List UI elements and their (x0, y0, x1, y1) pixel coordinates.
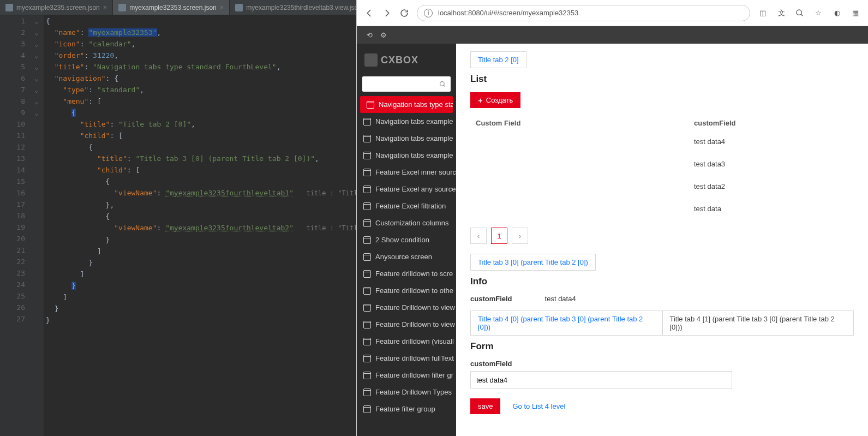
calendar-icon (363, 304, 371, 312)
page-next[interactable]: › (512, 228, 528, 244)
svg-point-1 (440, 81, 445, 86)
ide-tabs: myexample3235.screen.json×myexample32353… (0, 0, 356, 15)
calendar-icon (363, 270, 371, 278)
browser-actions: ◫ 文 ☆ ◐ ▦ (758, 8, 860, 18)
nav-item-0[interactable]: Navigation tabs type sta (360, 96, 453, 113)
brand-logo-icon (364, 53, 378, 67)
sidebar-search[interactable] (362, 76, 451, 92)
nav-item-9[interactable]: Anysource screen (357, 248, 456, 265)
page-current[interactable]: 1 (491, 228, 507, 244)
site-info-icon[interactable]: i (424, 9, 433, 17)
code-editor[interactable]: { "name": "myexample32353", "icon": "cal… (44, 15, 356, 436)
line-numbers: 1234567891011121314151617181920212223242… (9, 15, 29, 436)
file-icon (118, 4, 126, 11)
app-sidebar: CXBOX Navigation tabs type staNavigation… (357, 44, 456, 436)
install-icon[interactable]: ◫ (758, 8, 768, 18)
refresh-app-icon[interactable]: ⟲ (367, 31, 373, 39)
list-table: Custom Field customField test data4test … (470, 116, 854, 220)
calendar-icon (363, 372, 371, 379)
calendar-icon (363, 186, 371, 193)
tab-level4-1[interactable]: Title tab 4 [1] (parent Title tab 3 [0] … (662, 310, 854, 336)
nav-item-5[interactable]: Feature Excel any source (357, 181, 456, 198)
main-content: Title tab 2 [0] List + Создать Custom Fi… (456, 44, 868, 436)
app-topbar: ⟲ ⚙ (357, 26, 868, 44)
ide-pane: myexample3235.screen.json×myexample32353… (0, 0, 356, 436)
table-row[interactable]: test data3 (470, 153, 854, 175)
nav-item-3[interactable]: Navigation tabs example (357, 147, 456, 164)
calendar-icon (363, 405, 371, 413)
table-row[interactable]: test data4 (470, 130, 854, 153)
calendar-icon (363, 219, 371, 227)
nav-item-1[interactable]: Navigation tabs example (357, 113, 456, 130)
plus-icon: + (478, 97, 483, 104)
nav-item-13[interactable]: Feature Drilldown to view (357, 316, 456, 333)
fold-gutter: ⌄ ⌄ ⌄⌄ ⌄⌄ ⌄⌄ ⌄ (29, 15, 44, 436)
forward-icon[interactable] (382, 8, 392, 18)
tab-level4-0[interactable]: Title tab 4 [0] (parent Title tab 3 [0] … (470, 310, 662, 336)
back-icon[interactable] (364, 8, 374, 18)
tab-level2-0[interactable]: Title tab 2 [0] (470, 51, 526, 68)
nav-item-18[interactable]: Feature filter group (357, 401, 456, 417)
file-icon (235, 4, 243, 11)
nav-item-4[interactable]: Feature Excel inner sourc (357, 164, 456, 181)
calendar-icon (363, 321, 371, 329)
table-row[interactable]: test data2 (470, 175, 854, 198)
url-bar[interactable]: i localhost:8080/ui/#/screen/myexample32… (417, 5, 750, 21)
page-prev[interactable]: ‹ (470, 228, 487, 244)
info-label: customField (470, 295, 512, 303)
calendar-icon (363, 169, 371, 176)
pagination: ‹ 1 › (470, 228, 854, 244)
nav-item-2[interactable]: Navigation tabs example (357, 130, 456, 147)
info-value: test data4 (545, 295, 576, 303)
nav-menu: Navigation tabs type staNavigation tabs … (357, 96, 456, 436)
reload-icon[interactable] (399, 8, 409, 18)
table-row[interactable]: test data (470, 198, 854, 220)
tab-level3-0[interactable]: Title tab 3 [0] (parent Title tab 2 [0]) (470, 254, 596, 271)
calendar-icon (363, 389, 371, 396)
calendar-icon (363, 287, 371, 295)
info-row: customField test data4 (470, 295, 854, 303)
ide-tab-2[interactable]: myexample3235thirdleveltab3.view.json× (230, 0, 375, 15)
browser-toolbar: i localhost:8080/ui/#/screen/myexample32… (357, 0, 868, 26)
star-icon[interactable]: ☆ (813, 8, 823, 18)
nav-item-14[interactable]: Feature drilldown (visuall (357, 333, 456, 350)
nav-item-8[interactable]: 2 Show condition (357, 231, 456, 248)
settings-icon[interactable]: ⚙ (380, 31, 387, 39)
nav-item-10[interactable]: Feature drilldown to scre (357, 265, 456, 282)
nav-item-12[interactable]: Feature Drilldown to view (357, 299, 456, 316)
form-field-customfield: customField (470, 360, 854, 389)
brand-text: CXBOX (381, 55, 418, 66)
nav-item-11[interactable]: Feature drilldown to othe (357, 282, 456, 299)
calendar-icon (363, 152, 371, 159)
nav-item-16[interactable]: Feature drilldown filter gr (357, 367, 456, 384)
calendar-icon (363, 338, 371, 345)
calendar-icon (367, 101, 374, 109)
calendar-icon (363, 202, 371, 210)
calendar-icon (363, 253, 371, 261)
nav-item-7[interactable]: Customization columns (357, 214, 456, 231)
save-button[interactable]: save (470, 398, 500, 414)
ide-tab-1[interactable]: myexample32353.screen.json× (113, 0, 230, 15)
customfield-input[interactable] (470, 371, 732, 389)
section-list-heading: List (470, 74, 854, 85)
extensions-icon[interactable]: ▦ (851, 8, 860, 18)
nav-item-15[interactable]: Feature drilldown fullText (357, 350, 456, 367)
nav-item-6[interactable]: Feature Excel filtration (357, 198, 456, 214)
file-icon (5, 4, 13, 11)
ide-tab-0[interactable]: myexample3235.screen.json× (0, 0, 113, 15)
col-custom-field: Custom Field (476, 119, 694, 127)
browser-pane: i localhost:8080/ui/#/screen/myexample32… (356, 0, 868, 436)
go-to-list-link[interactable]: Go to List 4 level (512, 402, 565, 410)
create-button[interactable]: + Создать (470, 92, 520, 108)
close-icon[interactable]: × (103, 3, 107, 11)
section-info-heading: Info (470, 276, 854, 287)
calendar-icon (363, 236, 371, 244)
form-label: customField (470, 360, 854, 368)
table-header: Custom Field customField (470, 116, 854, 130)
zoom-icon[interactable] (795, 8, 805, 18)
url-text: localhost:8080/ui/#/screen/myexample3235… (438, 9, 578, 17)
close-icon[interactable]: × (220, 3, 224, 11)
translate-icon[interactable]: 文 (776, 8, 786, 18)
nav-item-17[interactable]: Feature Drilldown Types (357, 384, 456, 401)
profile-icon[interactable]: ◐ (832, 8, 842, 18)
